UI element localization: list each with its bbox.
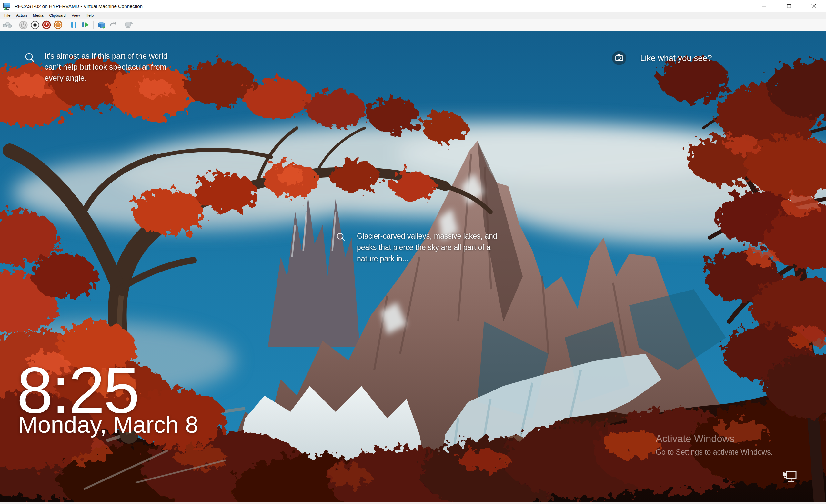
- window-bottom-border: [0, 502, 826, 504]
- menu-bar: File Action Media Clipboard View Help: [0, 12, 826, 19]
- save-icon: [54, 20, 63, 29]
- revert-icon: [108, 21, 117, 29]
- menu-file[interactable]: File: [1, 12, 13, 19]
- turn-off-button[interactable]: [30, 20, 40, 30]
- enhanced-session-button: [123, 20, 134, 30]
- vm-display-lock-screen[interactable]: It’s almost as if this part of the world…: [0, 31, 826, 502]
- resume-icon: [81, 21, 90, 29]
- search-icon: [24, 52, 36, 64]
- lock-screen-date: Monday, March 8: [18, 411, 198, 438]
- save-state-button[interactable]: [53, 20, 64, 30]
- ctrl-alt-del-button[interactable]: [2, 20, 13, 30]
- hint-middle-line3: nature park in...: [357, 253, 538, 264]
- hint-top-line3: every angle.: [45, 73, 199, 83]
- maximize-button[interactable]: [776, 0, 801, 12]
- start-button: [18, 20, 29, 30]
- menu-help[interactable]: Help: [83, 12, 97, 19]
- menu-media[interactable]: Media: [30, 12, 47, 19]
- lock-screen-hint-middle[interactable]: Glacier-carved valleys, massive lakes, a…: [357, 231, 538, 264]
- pause-icon: [70, 21, 78, 29]
- hint-top-line2: can’t help but look spectacular from: [45, 62, 199, 73]
- pause-button[interactable]: [68, 20, 79, 30]
- toolbar-separator: [93, 21, 94, 29]
- menu-clipboard[interactable]: Clipboard: [46, 12, 68, 19]
- ctrl-alt-del-icon: [3, 21, 12, 29]
- toolbar-separator: [121, 21, 121, 29]
- enhanced-session-icon: [124, 21, 133, 29]
- checkpoint-icon: [97, 20, 106, 29]
- camera-icon[interactable]: [612, 51, 626, 65]
- hint-middle-line2: peaks that pierce the sky are all part o…: [357, 242, 538, 253]
- lock-screen-hint-top[interactable]: It’s almost as if this part of the world…: [45, 51, 199, 83]
- hint-middle-line1: Glacier-carved valleys, massive lakes, a…: [357, 231, 538, 242]
- close-button[interactable]: [801, 0, 826, 12]
- minimize-icon: [762, 4, 766, 8]
- turn-off-icon: [31, 21, 39, 29]
- menu-view[interactable]: View: [69, 12, 83, 19]
- hint-top-line1: It’s almost as if this part of the world: [45, 51, 199, 62]
- hyperv-vm-icon[interactable]: [3, 2, 11, 11]
- search-icon: [336, 232, 347, 243]
- checkpoint-button[interactable]: [96, 20, 107, 30]
- title-bar: RECAST-02 on HYPERVAMD - Virtual Machine…: [0, 0, 826, 12]
- toolbar-separator: [15, 21, 15, 29]
- window-title: RECAST-02 on HYPERVAMD - Virtual Machine…: [14, 4, 142, 9]
- activate-windows-watermark: Activate Windows: [656, 433, 735, 445]
- close-icon: [812, 4, 816, 8]
- shut-down-icon: [42, 20, 51, 29]
- network-icon[interactable]: [782, 470, 797, 485]
- toolbar-separator: [66, 21, 66, 29]
- activate-windows-watermark-subtitle: Go to Settings to activate Windows.: [656, 448, 773, 457]
- window-controls: [752, 0, 826, 12]
- resume-button[interactable]: [80, 20, 91, 30]
- revert-button[interactable]: [108, 20, 118, 30]
- minimize-button[interactable]: [752, 0, 776, 12]
- start-icon: [19, 21, 28, 29]
- like-what-you-see-label[interactable]: Like what you see?: [640, 53, 712, 63]
- maximize-icon: [787, 4, 791, 8]
- vm-toolbar: [0, 19, 826, 31]
- menu-action[interactable]: Action: [13, 12, 30, 19]
- shut-down-button[interactable]: [41, 20, 52, 30]
